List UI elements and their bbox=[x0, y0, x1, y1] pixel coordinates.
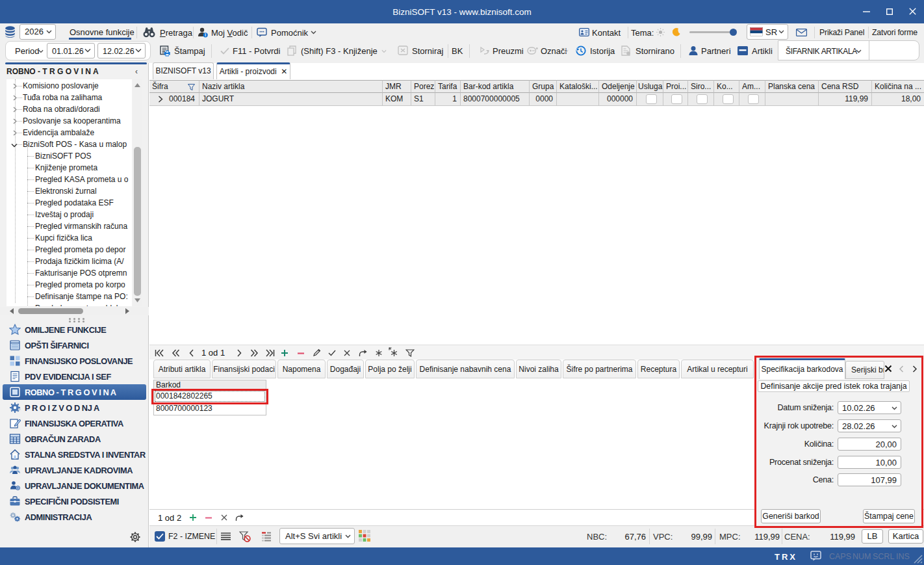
svg-text:i: i bbox=[205, 33, 206, 37]
